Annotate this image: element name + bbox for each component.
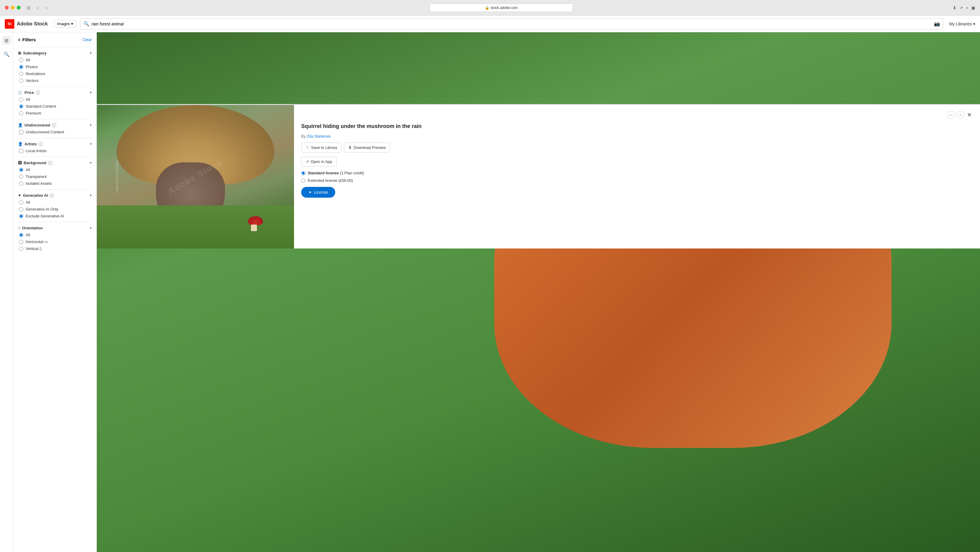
detail-right-panel: ‹ › ✕ Squirrel hiding under the mushroom… <box>294 105 980 249</box>
next-image-btn[interactable]: › <box>956 111 964 119</box>
generative-ai-info-icon[interactable]: i <box>49 193 54 198</box>
detail-image-large[interactable]: Adobe Stock Adobe Stock | #392144886 <box>97 105 294 249</box>
author-link[interactable]: Zita Stankova <box>307 134 331 139</box>
filter-section-generative-ai: ✦ Generative AI i ▾ All Generative AI On… <box>18 189 92 222</box>
download-preview-btn[interactable]: ⬇ Download Preview <box>344 143 390 153</box>
back-btn[interactable]: ‹ <box>34 5 41 11</box>
subcategory-header[interactable]: ⊞ Subcategory ▾ <box>18 51 92 55</box>
undiscovered-title: 👤 Undiscovered i <box>18 123 56 128</box>
subcategory-title: ⊞ Subcategory <box>18 51 47 55</box>
logo-area: St Adobe Stock <box>5 19 48 29</box>
artists-info-icon[interactable]: i <box>38 142 43 146</box>
subcategory-all[interactable]: All <box>19 58 92 62</box>
subcategory-vectors[interactable]: Vectors <box>19 78 92 83</box>
background-all[interactable]: All <box>19 168 92 172</box>
license-options: Standard license (1 Plan credit) Extende… <box>301 171 973 183</box>
main-layout: ⊞ 🔍 ≡ Filters Clear ⊞ Subcategory ▾ All <box>0 32 980 552</box>
detail-container: Adobe Stock Adobe Stock | #392144886 ‹ ›… <box>97 104 980 249</box>
address-bar[interactable]: 🔒 stock.adobe.com <box>430 3 573 12</box>
orientation-label: Orientation <box>22 226 43 230</box>
artists-header[interactable]: 👤 Artists i ▾ <box>18 142 92 146</box>
subcategory-photos[interactable]: Photos <box>19 65 92 69</box>
filter-section-subcategory: ⊞ Subcategory ▾ All Photos Illustrations… <box>18 47 92 86</box>
camera-search-icon[interactable]: 📷 <box>934 21 940 27</box>
local-artists[interactable]: Local Artists <box>19 148 92 153</box>
save-to-library-btn[interactable]: ♡ Save to Library <box>301 143 342 153</box>
prev-image-btn[interactable]: ‹ <box>947 111 955 119</box>
extended-license-option[interactable]: Extended license (£56.00) <box>301 178 973 183</box>
artists-title: 👤 Artists i <box>18 142 43 146</box>
undiscovered-icon: 👤 <box>18 123 23 128</box>
add-tab-icon[interactable]: + <box>966 5 968 10</box>
license-btn[interactable]: ✦ License <box>301 187 335 198</box>
traffic-lights <box>5 6 21 10</box>
images-label: Images <box>57 22 70 26</box>
undiscovered-label: Undiscovered <box>24 123 50 128</box>
search-input[interactable] <box>92 22 932 26</box>
heart-icon: ♡ <box>305 145 309 150</box>
orientation-vertical[interactable]: Vertical ▯ <box>19 246 92 251</box>
price-label: Price <box>24 90 34 95</box>
search-icon: 🔍 <box>83 21 89 27</box>
artists-chevron-icon: ▾ <box>90 142 92 146</box>
orientation-horizontal[interactable]: Horizontal ▭ <box>19 239 92 244</box>
price-cart-icon: 🛒 <box>18 90 23 95</box>
generative-ai-options: All Generative AI Only Exclude Generativ… <box>18 200 92 218</box>
background-label: Background <box>24 161 46 165</box>
share-icon[interactable]: ↗ <box>959 5 963 10</box>
browser-toolbar: ⊡ ‹ › <box>25 5 50 11</box>
undiscovered-content[interactable]: Undiscovered Content <box>19 130 92 134</box>
libraries-chevron-icon: ▾ <box>973 22 975 26</box>
orientation-all[interactable]: All <box>19 233 92 237</box>
standard-license-option[interactable]: Standard license (1 Plan credit) <box>301 171 973 175</box>
price-chevron-icon: ▾ <box>90 91 92 94</box>
my-libraries-btn[interactable]: My Libraries ▾ <box>949 22 975 26</box>
close-detail-btn[interactable]: ✕ <box>966 111 973 119</box>
price-standard[interactable]: Standard Content <box>19 104 92 108</box>
search-bar[interactable]: 🔍 📷 <box>80 18 943 30</box>
gen-ai-only[interactable]: Generative AI Only <box>19 207 92 211</box>
background-icon: 🖼 <box>18 161 22 165</box>
filter-section-price: 🛒 Price i ▾ All Standard Content Premium <box>18 86 92 119</box>
background-header[interactable]: 🖼 Background i ▾ <box>18 161 92 165</box>
tabs-icon[interactable]: ▣ <box>971 5 975 10</box>
image-cell-frog[interactable] <box>686 32 980 104</box>
traffic-light-red[interactable] <box>5 6 9 10</box>
logo-text: Adobe Stock <box>17 21 48 27</box>
open-in-app-btn[interactable]: ↗ Open in App <box>301 157 337 167</box>
price-premium[interactable]: Premium <box>19 111 92 115</box>
filter-section-undiscovered: 👤 Undiscovered i ▾ Undiscovered Content <box>18 119 92 138</box>
filter-sliders-icon: ≡ <box>18 37 21 42</box>
background-info-icon[interactable]: i <box>48 161 52 165</box>
price-title: 🛒 Price i <box>18 90 40 95</box>
undiscovered-info-icon[interactable]: i <box>52 123 56 128</box>
sidebar-icon-search[interactable]: 🔍 <box>2 49 11 59</box>
license-sparkle-icon: ✦ <box>308 190 312 195</box>
gen-ai-all[interactable]: All <box>19 200 92 204</box>
subcategory-illustrations[interactable]: Illustrations <box>19 72 92 76</box>
background-isolated[interactable]: Isolated Assets <box>19 181 92 186</box>
download-icon[interactable]: ⬇ <box>953 5 956 10</box>
sidebar-icon-sliders[interactable]: ⊞ <box>2 36 11 45</box>
license-btn-wrap: ✦ License <box>301 187 973 198</box>
filter-section-artists: 👤 Artists i ▾ Local Artists <box>18 138 92 157</box>
images-dropdown[interactable]: Images ▾ <box>54 20 76 28</box>
undiscovered-header[interactable]: 👤 Undiscovered i ▾ <box>18 123 92 128</box>
traffic-light-green[interactable] <box>17 6 21 10</box>
sidebar-icons: ⊞ 🔍 <box>0 32 13 552</box>
price-info-icon[interactable]: i <box>36 91 40 95</box>
browser-chrome: ⊡ ‹ › 🔒 stock.adobe.com ⬇ ↗ + ▣ <box>0 0 980 16</box>
background-transparent[interactable]: Transparent <box>19 174 92 179</box>
subcategory-chevron-icon: ▾ <box>90 51 92 55</box>
detail-nav-row: ‹ › ✕ <box>301 111 973 119</box>
detail-title: Squirrel hiding under the mushroom in th… <box>301 123 973 130</box>
generative-ai-header[interactable]: ✦ Generative AI i ▾ <box>18 193 92 198</box>
sidebar-toggle-btn[interactable]: ⊡ <box>25 5 32 11</box>
gen-ai-exclude[interactable]: Exclude Generative AI <box>19 214 92 218</box>
price-all[interactable]: All <box>19 97 92 102</box>
price-header[interactable]: 🛒 Price i ▾ <box>18 90 92 95</box>
traffic-light-yellow[interactable] <box>11 6 14 10</box>
clear-filters-btn[interactable]: Clear <box>83 37 92 42</box>
forward-btn[interactable]: › <box>43 5 50 11</box>
orientation-header[interactable]: □ Orientation ▾ <box>18 226 92 230</box>
